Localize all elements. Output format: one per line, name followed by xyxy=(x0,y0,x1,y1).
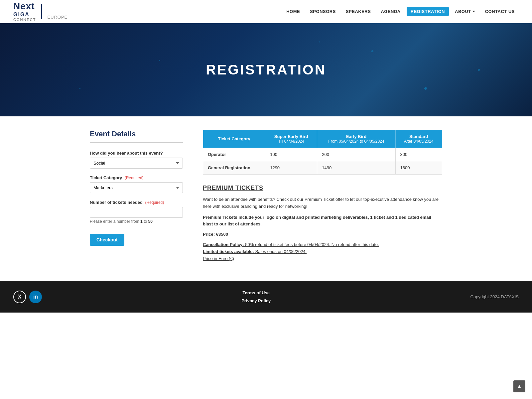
ticket-category-label: Ticket Category (Required) xyxy=(90,175,183,180)
nav-speakers[interactable]: SPEAKERS xyxy=(342,7,375,16)
footer-social: X in xyxy=(13,291,42,303)
premium-title: PREMIUM TICKETS xyxy=(203,185,442,192)
logo-divider-line xyxy=(41,4,42,19)
logo-connect: CONNECT xyxy=(13,18,36,22)
row-operator-standard: 300 xyxy=(395,148,442,161)
price-euro-link[interactable]: Price in Euro (€) xyxy=(203,256,442,261)
premium-description2: Premium Tickets include your logo on dig… xyxy=(203,214,442,228)
row-operator-super-early: 100 xyxy=(265,148,317,161)
tickets-hint: Please enter a number from 1 to 50. xyxy=(90,219,183,224)
table-header-category: Ticket Category xyxy=(203,130,265,148)
table-row: General Registration 1290 1490 1600 xyxy=(203,161,442,175)
tickets-needed-required: (Required) xyxy=(145,200,164,205)
logo-giga: GIGA xyxy=(13,12,36,18)
nav-about[interactable]: ABOUT xyxy=(451,7,479,16)
logo-europe: EUROPE xyxy=(47,15,67,20)
chevron-down-icon xyxy=(472,11,475,12)
footer-copyright: Copyright 2024 DATAXIS xyxy=(470,294,519,299)
row-operator-category: Operator xyxy=(203,148,265,161)
premium-price: Price: €3500 xyxy=(203,232,442,237)
footer-links: Terms of Use Privacy Policy xyxy=(241,289,271,305)
nav-contact-us[interactable]: CONTACT US xyxy=(481,7,519,16)
row-general-standard: 1600 xyxy=(395,161,442,175)
nav-home[interactable]: HOME xyxy=(282,7,304,16)
twitter-icon[interactable]: X xyxy=(13,291,26,303)
row-operator-early: 200 xyxy=(317,148,395,161)
nav-agenda[interactable]: AGENDA xyxy=(377,7,404,16)
pricing-table: Ticket Category Super Early Bird Till 04… xyxy=(203,130,442,175)
hear-about-group: How did you hear about this event? Socia… xyxy=(90,151,183,169)
tickets-needed-group: Number of tickets needed (Required) Plea… xyxy=(90,200,183,224)
ticket-category-select[interactable]: Marketers Operators Vendors Press xyxy=(90,182,183,193)
row-general-early: 1490 xyxy=(317,161,395,175)
header: Next GIGA CONNECT EUROPE HOME SPONSORS S… xyxy=(0,0,532,23)
hear-about-select[interactable]: Social Email Word of mouth Other xyxy=(90,158,183,169)
cancellation-policy-link[interactable]: Cancellation Policy: 50% refund of ticke… xyxy=(203,242,442,247)
tickets-needed-label: Number of tickets needed (Required) xyxy=(90,200,183,205)
checkout-button[interactable]: Checkout xyxy=(90,234,124,246)
main-nav: HOME SPONSORS SPEAKERS AGENDA REGISTRATI… xyxy=(282,7,519,16)
table-row: Operator 100 200 300 xyxy=(203,148,442,161)
event-details-panel: Event Details How did you hear about thi… xyxy=(90,130,183,246)
tickets-needed-input[interactable] xyxy=(90,207,183,218)
table-header-early: Early Bird From 05/04/2024 to 04/05/2024 xyxy=(317,130,395,148)
row-general-category: General Registration xyxy=(203,161,265,175)
premium-description1: Want to be an attendee with benefits? Ch… xyxy=(203,196,442,210)
row-general-super-early: 1290 xyxy=(265,161,317,175)
footer: X in Terms of Use Privacy Policy Copyrig… xyxy=(0,281,532,313)
event-details-title: Event Details xyxy=(90,130,183,138)
logo[interactable]: Next GIGA CONNECT EUROPE xyxy=(13,1,67,21)
limited-tickets-link[interactable]: Limited tickets available: Sales ends on… xyxy=(203,249,442,254)
registration-info: Ticket Category Super Early Bird Till 04… xyxy=(203,130,442,261)
main-content: Event Details How did you hear about thi… xyxy=(83,116,449,281)
linkedin-icon[interactable]: in xyxy=(29,291,42,303)
divider xyxy=(90,142,183,143)
premium-tickets-section: PREMIUM TICKETS Want to be an attendee w… xyxy=(203,185,442,261)
table-header-standard: Standard After 04/05/2024 xyxy=(395,130,442,148)
hero-section: REGISTRATION xyxy=(0,23,532,116)
privacy-policy-link[interactable]: Privacy Policy xyxy=(241,297,271,305)
logo-next: Next xyxy=(13,1,36,12)
nav-registration[interactable]: REGISTRATION xyxy=(407,7,449,16)
nav-sponsors[interactable]: SPONSORS xyxy=(306,7,340,16)
hero-title: REGISTRATION xyxy=(206,62,326,78)
hear-about-label: How did you hear about this event? xyxy=(90,151,183,156)
table-header-super-early: Super Early Bird Till 04/04/2024 xyxy=(265,130,317,148)
ticket-category-required: (Required) xyxy=(125,176,144,180)
premium-links: Cancellation Policy: 50% refund of ticke… xyxy=(203,242,442,261)
terms-of-use-link[interactable]: Terms of Use xyxy=(241,289,271,297)
ticket-category-group: Ticket Category (Required) Marketers Ope… xyxy=(90,175,183,193)
